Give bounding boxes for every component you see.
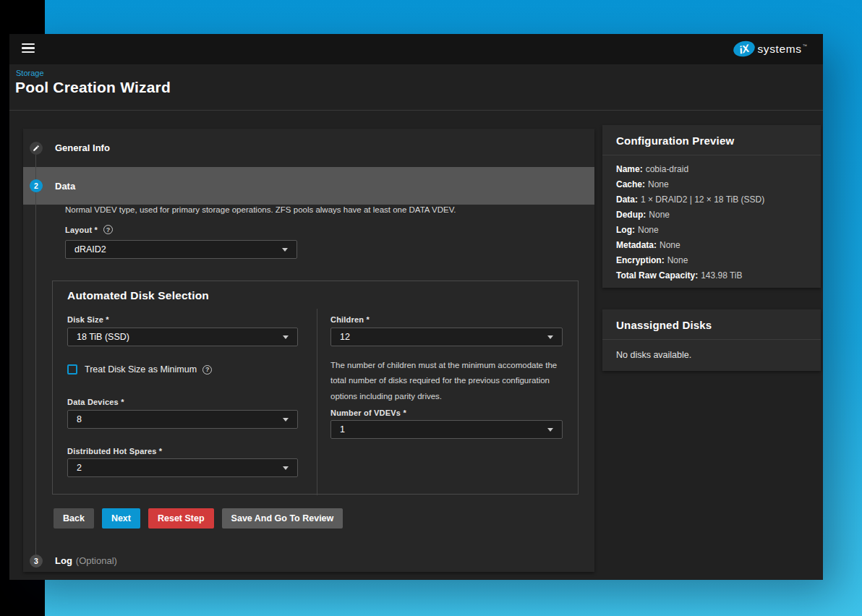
automated-disk-selection-section: Automated Disk Selection Disk Size * 18 … [52, 281, 579, 495]
children-select[interactable]: 12 [330, 328, 563, 346]
back-button[interactable]: Back [54, 508, 94, 529]
preview-items: Name:cobia-draid Cache:None Data:1 × DRA… [602, 155, 821, 283]
treat-disk-size-row: Treat Disk Size as Minimum ? [67, 364, 212, 375]
step-label: Log [55, 555, 72, 566]
preview-row: Log:None [616, 223, 807, 238]
next-button[interactable]: Next [102, 508, 140, 529]
dropdown-arrow-icon [547, 335, 553, 339]
configuration-preview-card: Configuration Preview Name:cobia-draid C… [602, 125, 821, 288]
preview-row: Dedup:None [616, 208, 807, 223]
preview-row: Metadata:None [616, 238, 807, 253]
stepper-connector-line [35, 155, 36, 557]
reset-step-button[interactable]: Reset Step [148, 508, 214, 529]
column-divider [317, 309, 317, 495]
help-icon[interactable]: ? [103, 225, 113, 234]
no-disks-message: No disks available. [602, 340, 821, 360]
vdevs-select[interactable]: 1 [330, 420, 563, 439]
step-label: Data [55, 181, 75, 192]
step-general-info[interactable]: General Info [23, 129, 594, 167]
ixsystems-logo: iX systems ™ [733, 40, 807, 56]
section-title: Automated Disk Selection [67, 289, 209, 302]
disk-size-label: Disk Size * [67, 315, 109, 324]
children-help-text: The number of children must at the minim… [330, 358, 563, 404]
data-devices-label: Data Devices * [67, 398, 124, 406]
card-title: Configuration Preview [602, 125, 821, 155]
checkbox-label: Treat Disk Size as Minimum [85, 364, 197, 375]
help-icon[interactable]: ? [202, 365, 212, 375]
data-devices-select[interactable]: 8 [67, 410, 298, 429]
layout-field-label: Layout * ? [65, 225, 113, 234]
dropdown-arrow-icon [547, 428, 553, 432]
hot-spares-select[interactable]: 2 [67, 458, 298, 477]
pool-wizard-stepper-card: General Info 2 Data Normal VDEV type, us… [23, 129, 594, 572]
step-number-badge: 3 [30, 555, 43, 568]
edit-icon [30, 142, 43, 155]
app-window: iX systems ™ Storage Pool Creation Wizar… [9, 34, 823, 580]
ix-logo-icon: iX [732, 39, 756, 59]
step-data[interactable]: 2 Data [23, 167, 594, 205]
hot-spares-label: Distributed Hot Spares * [67, 447, 162, 455]
save-and-go-to-review-button[interactable]: Save And Go To Review [222, 508, 343, 529]
vdev-description: Normal VDEV type, used for primary stora… [65, 205, 564, 214]
unassigned-disks-card: Unassigned Disks No disks available. [602, 309, 821, 371]
preview-row: Total Raw Capacity:143.98 TiB [616, 268, 807, 283]
step-label: General Info [55, 142, 110, 153]
treat-disk-size-checkbox[interactable] [67, 364, 77, 375]
dropdown-arrow-icon [283, 418, 289, 422]
breadcrumb[interactable]: Storage [16, 69, 44, 77]
top-bar: iX systems ™ [9, 34, 823, 64]
vdevs-label: Number of VDEVs * [330, 408, 406, 417]
page-title: Pool Creation Wizard [15, 79, 171, 96]
step-log[interactable]: 3 Log (Optional) [23, 549, 594, 572]
layout-select[interactable]: dRAID2 [65, 240, 297, 259]
disk-size-select[interactable]: 18 TiB (SSD) [67, 328, 298, 346]
preview-row: Encryption:None [616, 253, 807, 268]
step-number-badge: 2 [30, 179, 43, 192]
preview-row: Name:cobia-draid [616, 162, 807, 177]
dropdown-arrow-icon [282, 248, 288, 252]
dropdown-arrow-icon [283, 466, 289, 470]
step-optional-label: (Optional) [76, 555, 117, 566]
children-label: Children * [330, 315, 370, 324]
title-divider [9, 110, 823, 111]
preview-row: Data:1 × DRAID2 | 12 × 18 TiB (SSD) [616, 192, 807, 208]
card-title: Unassigned Disks [602, 309, 821, 339]
wizard-actions: Back Next Reset Step Save And Go To Revi… [54, 508, 343, 529]
hamburger-menu-icon[interactable] [22, 43, 35, 54]
dropdown-arrow-icon [283, 335, 289, 339]
preview-row: Cache:None [616, 177, 807, 192]
